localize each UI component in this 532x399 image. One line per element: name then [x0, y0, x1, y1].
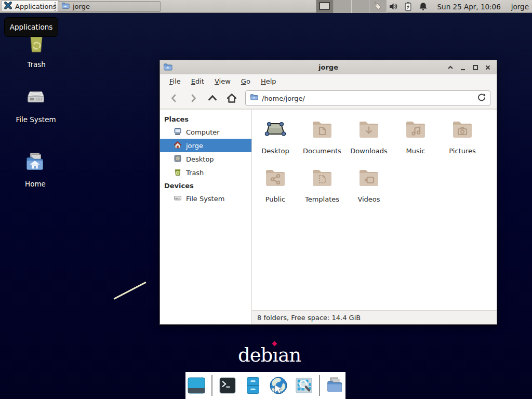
taskbar-item-label: jorge	[73, 3, 90, 10]
toolbar: /home/jorge/	[160, 88, 497, 109]
location-path[interactable]: /home/jorge/	[262, 95, 474, 102]
file-item-templates[interactable]: Templates	[299, 165, 345, 214]
sidebar-item-label: Trash	[186, 169, 204, 177]
file-item-documents[interactable]: Documents	[299, 117, 345, 165]
taskbar-item-jorge[interactable]: jorge	[58, 1, 161, 12]
status-text: 8 folders, Free space: 14.4 GiB	[257, 314, 361, 322]
close-button[interactable]	[484, 64, 491, 71]
sidebar-header-places: Places	[160, 113, 251, 125]
applications-tooltip: Applications	[4, 17, 58, 37]
debian-logo-i: ı	[272, 344, 278, 366]
up-button[interactable]	[205, 91, 220, 105]
desktop-icon-label: Trash	[27, 60, 46, 69]
sidebar-item-trash[interactable]: Trash	[160, 166, 251, 179]
computer-icon	[174, 127, 182, 137]
desktop-icon-label: Home	[25, 180, 46, 188]
panel-handle[interactable]	[55, 2, 57, 11]
file-item-music[interactable]: Music	[392, 117, 439, 165]
sidebar-item-desktop[interactable]: Desktop	[160, 152, 251, 166]
sidebar-item-label: File System	[186, 195, 224, 203]
debian-logo-text: deb	[238, 344, 272, 366]
top-panel: Applications jorge Sun 25 Apr, 10:06 jor…	[0, 0, 532, 13]
hard-drive-icon	[24, 86, 48, 112]
sidebar-item-label: Computer	[186, 128, 220, 136]
file-item-downloads[interactable]: Downloads	[345, 117, 392, 165]
debian-logo-text: an	[278, 344, 301, 366]
sidebar-item-label: jorge	[186, 142, 203, 150]
sidebar: Places Computer jorge Desktop Trash Devi…	[160, 110, 252, 324]
forward-button[interactable]	[185, 91, 201, 105]
menu-file[interactable]: File	[164, 76, 186, 87]
menubar: File Edit View Go Help	[160, 74, 497, 88]
battery-charging-icon[interactable]	[403, 2, 413, 11]
menu-edit[interactable]: Edit	[186, 76, 209, 87]
statusbar: 8 folders, Free space: 14.4 GiB	[252, 310, 497, 324]
desktop-icon-label: File System	[16, 115, 56, 124]
menu-view[interactable]: View	[209, 76, 236, 87]
music-folder-icon	[403, 117, 428, 144]
window-folder-icon	[163, 62, 172, 74]
desktop-icon-file-system[interactable]: File System	[10, 86, 62, 124]
templates-folder-icon	[310, 165, 335, 192]
maximize-button[interactable]	[472, 64, 479, 71]
dock-separator	[319, 375, 320, 396]
location-folder-icon	[250, 93, 258, 103]
web-browser-launcher[interactable]	[268, 375, 289, 396]
file-item-pictures[interactable]: Pictures	[439, 117, 486, 165]
desktop-icon-home[interactable]: Home	[9, 151, 61, 188]
file-item-desktop[interactable]: Desktop	[252, 117, 299, 165]
menu-help[interactable]: Help	[256, 76, 282, 87]
sidebar-item-file-system[interactable]: File System	[160, 192, 251, 205]
xfce-logo-icon	[4, 1, 12, 11]
sidebar-header-devices: Devices	[160, 179, 251, 192]
pictures-folder-icon	[450, 117, 475, 144]
workspace-3[interactable]	[352, 0, 369, 13]
workspace-1[interactable]	[316, 0, 334, 13]
menu-go[interactable]: Go	[236, 76, 256, 87]
file-item-label: Downloads	[350, 147, 387, 155]
folder-icon	[61, 2, 70, 11]
back-button[interactable]	[166, 91, 182, 105]
file-item-public[interactable]: Public	[252, 165, 299, 214]
app-finder-launcher[interactable]	[294, 375, 314, 396]
videos-folder-icon	[356, 165, 381, 192]
reload-icon[interactable]	[477, 93, 486, 103]
clock[interactable]: Sun 25 Apr, 10:06	[437, 3, 501, 11]
scribble-line	[113, 282, 146, 300]
debian-logo: debıan	[238, 344, 301, 366]
window-titlebar[interactable]: jorge	[160, 60, 497, 74]
file-item-videos[interactable]: Videos	[345, 165, 392, 214]
trash-small-icon	[174, 168, 182, 178]
applications-button[interactable]: Applications	[1, 1, 61, 12]
sidebar-item-jorge[interactable]: jorge	[160, 139, 251, 152]
volume-icon[interactable]	[388, 2, 398, 11]
file-item-label: Templates	[305, 195, 339, 203]
drive-small-icon	[174, 194, 182, 204]
file-view: Desktop Documents Downloads	[252, 110, 497, 324]
panel-username: jorge	[511, 3, 529, 11]
folder-launcher[interactable]	[325, 375, 345, 396]
dock-separator	[211, 375, 212, 396]
notifications-bell-icon[interactable]	[418, 2, 428, 11]
file-item-label: Documents	[303, 147, 341, 155]
home-folder-icon	[23, 151, 47, 177]
documents-folder-icon	[310, 117, 335, 144]
terminal-launcher[interactable]	[217, 375, 238, 396]
input-device-icon[interactable]	[373, 2, 383, 11]
file-item-label: Public	[265, 195, 285, 203]
home-icon	[174, 141, 182, 151]
dock	[185, 372, 345, 399]
home-button[interactable]	[224, 91, 240, 105]
file-item-label: Pictures	[449, 147, 475, 155]
show-desktop-button[interactable]	[186, 375, 207, 396]
file-item-label: Music	[406, 147, 425, 155]
workspace-2[interactable]	[334, 0, 352, 13]
tooltip-text: Applications	[10, 23, 52, 31]
file-item-label: Desktop	[261, 147, 289, 155]
location-bar[interactable]: /home/jorge/	[245, 90, 490, 106]
shade-button[interactable]	[447, 64, 454, 71]
file-manager-window: jorge File Edit View Go Help /home/jorge…	[159, 60, 497, 325]
sidebar-item-computer[interactable]: Computer	[160, 125, 251, 139]
minimize-button[interactable]	[459, 64, 467, 71]
file-manager-launcher[interactable]	[243, 375, 263, 396]
